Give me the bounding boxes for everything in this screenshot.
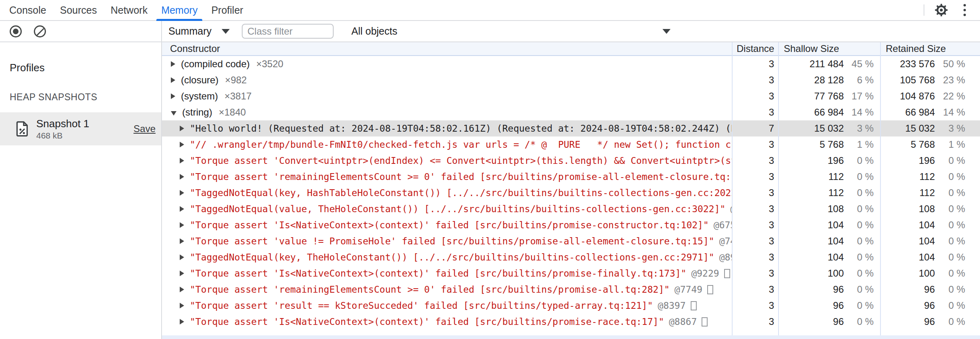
constructor-row[interactable]: (string)×1840366 98414 %66 98414 % xyxy=(162,104,980,120)
column-header-distance[interactable]: Distance xyxy=(733,43,779,54)
object-id: @6757 xyxy=(714,220,733,230)
string-instance-row[interactable]: "Torque assert 'result == kStoreSucceded… xyxy=(162,298,980,314)
constructor-row[interactable]: (compiled code)×35203211 48445 %233 5765… xyxy=(162,56,980,72)
string-instance-row[interactable]: "TaggedNotEqual(key, TheHoleConstant()) … xyxy=(162,249,980,265)
collapsed-arrow-icon[interactable] xyxy=(180,126,184,131)
collapsed-arrow-icon[interactable] xyxy=(171,61,175,67)
collapsed-arrow-icon[interactable] xyxy=(180,206,184,212)
shallow-size-value: 77 768 xyxy=(779,91,844,102)
shallow-size-cell: 1040 % xyxy=(779,236,881,247)
distance-cell: 3 xyxy=(733,74,779,86)
panel-content: Profiles HEAP SNAPSHOTS Snapshot 1 468 k… xyxy=(0,42,980,339)
string-instance-row[interactable]: "TaggedNotEqual(value, TheHoleConstant()… xyxy=(162,201,980,217)
string-instance-row[interactable]: "TaggedNotEqual(key, HashTableHoleConsta… xyxy=(162,185,980,201)
expanded-arrow-icon[interactable] xyxy=(171,111,176,116)
save-snapshot-link[interactable]: Save xyxy=(133,123,156,134)
object-id: @7437 xyxy=(719,236,733,246)
string-instance-row[interactable]: "// .wrangler/tmp/bundle-FmNIt0/checked-… xyxy=(162,136,980,153)
more-menu-button[interactable] xyxy=(955,0,974,20)
string-instance-row[interactable]: "Torque assert 'Is<NativeContext>(contex… xyxy=(162,217,980,233)
column-header-constructor[interactable]: Constructor xyxy=(162,43,733,54)
collapsed-arrow-icon[interactable] xyxy=(180,287,184,292)
collapsed-arrow-icon[interactable] xyxy=(180,254,184,260)
string-value: "TaggedNotEqual(key, HashTableHoleConsta… xyxy=(190,188,733,198)
missing-glyph-box-icon xyxy=(691,301,697,310)
retained-size-cell: 1040 % xyxy=(881,219,980,231)
constructor-name: (closure) xyxy=(181,74,218,86)
string-instance-row[interactable]: "Torque assert 'remainingElementsCount >… xyxy=(162,169,980,185)
tab-profiler[interactable]: Profiler xyxy=(204,0,250,20)
retained-size-value: 112 xyxy=(881,187,935,198)
shallow-size-value: 112 xyxy=(779,171,844,182)
shallow-size-percent: 0 % xyxy=(844,236,881,247)
sidebar-item-snapshot-1[interactable]: Snapshot 1 468 kB Save xyxy=(0,112,161,145)
collapsed-arrow-icon[interactable] xyxy=(171,93,175,99)
string-instance-row[interactable]: "Torque assert 'Convert<uintptr>(endInde… xyxy=(162,153,980,169)
string-instance-row[interactable]: "Torque assert 'Is<NativeContext>(contex… xyxy=(162,265,980,281)
perspective-select[interactable]: Summary xyxy=(168,25,230,37)
collapsed-arrow-icon[interactable] xyxy=(171,77,175,83)
string-value: "Torque assert 'remainingElementsCount >… xyxy=(190,172,733,182)
record-heap-snapshot-button[interactable] xyxy=(8,24,23,39)
shallow-size-cell: 5 7681 % xyxy=(779,139,881,150)
shallow-size-cell: 1960 % xyxy=(779,155,881,166)
string-instance-row[interactable]: "Hello world! (Requested at: 2024-08-19T… xyxy=(162,120,980,136)
settings-button[interactable] xyxy=(932,0,951,20)
collapsed-arrow-icon[interactable] xyxy=(180,142,184,147)
collapsed-arrow-icon[interactable] xyxy=(180,158,184,163)
tab-memory[interactable]: Memory xyxy=(154,0,204,20)
collapsed-arrow-icon[interactable] xyxy=(180,238,184,244)
distance-cell: 3 xyxy=(733,203,779,215)
column-divider[interactable] xyxy=(778,42,779,339)
retained-size-cell: 15 0323 % xyxy=(881,123,980,134)
object-scope-select[interactable]: All objects xyxy=(351,25,671,37)
distance-cell: 3 xyxy=(733,187,779,198)
constructor-cell: "TaggedNotEqual(key, HashTableHoleConsta… xyxy=(162,188,733,198)
string-instance-row[interactable]: "Torque assert 'remainingElementsCount >… xyxy=(162,281,980,298)
memory-toolbar: Summary All objects xyxy=(0,21,980,42)
retained-size-value: 105 768 xyxy=(881,74,935,86)
column-divider[interactable] xyxy=(732,42,733,339)
perspective-select-value: Summary xyxy=(168,25,212,37)
class-filter-input[interactable] xyxy=(242,24,334,39)
tab-console[interactable]: Console xyxy=(2,0,53,20)
retained-size-cell: 66 98414 % xyxy=(881,107,980,118)
shallow-size-value: 100 xyxy=(779,268,844,279)
string-instance-row[interactable]: "Torque assert 'Is<NativeContext>(contex… xyxy=(162,314,980,330)
constructor-row[interactable]: (system)×3817377 76817 %104 87622 % xyxy=(162,88,980,104)
column-header-retained-size[interactable]: Retained Size xyxy=(881,43,980,54)
collapsed-arrow-icon[interactable] xyxy=(180,271,184,276)
column-divider[interactable] xyxy=(880,42,881,339)
retained-size-cell: 1000 % xyxy=(881,268,980,279)
collapsed-arrow-icon[interactable] xyxy=(180,190,184,196)
retained-size-percent: 0 % xyxy=(935,171,980,182)
string-instance-row[interactable]: "Torque assert 'value != PromiseHole' fa… xyxy=(162,233,980,249)
dropdown-arrow-icon xyxy=(222,29,230,34)
object-scope-select-value: All objects xyxy=(351,25,397,37)
retained-size-value: 112 xyxy=(881,171,935,182)
constructor-cell: "Torque assert 'Convert<uintptr>(endInde… xyxy=(162,155,733,166)
distance-cell: 3 xyxy=(733,252,779,263)
collapsed-arrow-icon[interactable] xyxy=(180,319,184,325)
retained-size-cell: 233 57650 % xyxy=(881,58,980,70)
instance-count: ×1840 xyxy=(219,107,246,118)
shallow-size-percent: 0 % xyxy=(844,316,881,327)
shallow-size-percent: 0 % xyxy=(844,268,881,279)
retained-size-value: 15 032 xyxy=(881,123,935,134)
tab-sources[interactable]: Sources xyxy=(53,0,104,20)
constructor-row[interactable]: (closure)×982328 1286 %105 76823 % xyxy=(162,72,980,88)
retained-size-cell: 1960 % xyxy=(881,155,980,166)
column-header-shallow-size[interactable]: Shallow Size xyxy=(779,43,881,54)
retained-size-percent: 22 % xyxy=(935,91,980,102)
retained-size-value: 108 xyxy=(881,203,935,215)
retained-size-cell: 104 87622 % xyxy=(881,91,980,102)
constructor-cell: "Hello world! (Requested at: 2024-08-19T… xyxy=(162,123,733,134)
object-id: @8397 xyxy=(658,300,685,311)
tab-network[interactable]: Network xyxy=(104,0,154,20)
shallow-size-percent: 0 % xyxy=(844,219,881,231)
collapsed-arrow-icon[interactable] xyxy=(180,303,184,308)
collapsed-arrow-icon[interactable] xyxy=(180,174,184,180)
clear-profiles-button[interactable] xyxy=(32,24,48,39)
collapsed-arrow-icon[interactable] xyxy=(180,222,184,228)
constructor-cell: "Torque assert 'remainingElementsCount >… xyxy=(162,284,733,295)
